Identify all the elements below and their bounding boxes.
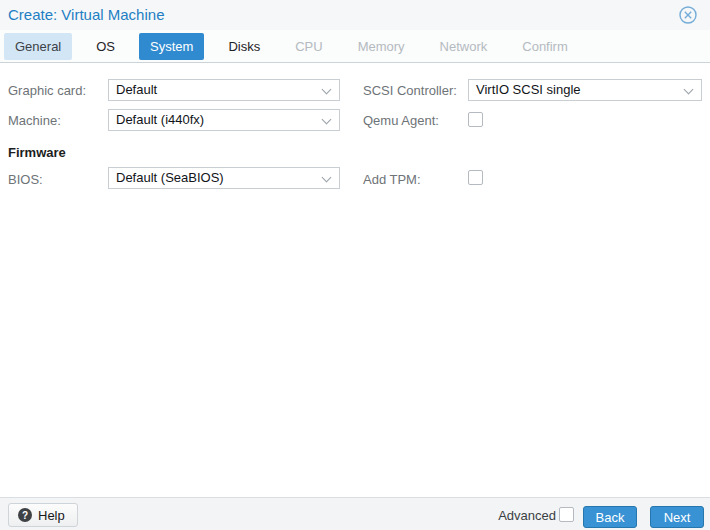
- dialog-title: Create: Virtual Machine: [8, 6, 164, 23]
- chevron-down-icon: [322, 173, 332, 183]
- scsi-controller-label: SCSI Controller:: [363, 83, 457, 98]
- scsi-controller-value: VirtIO SCSI single: [476, 82, 581, 97]
- dialog-titlebar: Create: Virtual Machine: [0, 0, 710, 30]
- add-tpm-checkbox[interactable]: [468, 170, 483, 185]
- chevron-down-icon: [322, 85, 332, 95]
- machine-value: Default (i440fx): [116, 112, 204, 127]
- back-button-label: Back: [596, 510, 625, 525]
- dialog-footer: ? Help Advanced Back Next: [0, 497, 710, 530]
- next-button-label: Next: [664, 510, 691, 525]
- qemu-agent-checkbox[interactable]: [468, 112, 483, 127]
- tab-disks[interactable]: Disks: [217, 33, 271, 60]
- graphic-card-combobox[interactable]: Default: [108, 79, 340, 101]
- machine-label: Machine:: [8, 113, 61, 128]
- add-tpm-label: Add TPM:: [363, 172, 421, 187]
- close-icon[interactable]: [679, 6, 697, 24]
- tab-network: Network: [429, 33, 499, 60]
- advanced-checkbox[interactable]: [559, 507, 574, 522]
- help-button-label: Help: [38, 508, 65, 523]
- tab-system[interactable]: System: [139, 33, 204, 60]
- help-button[interactable]: ? Help: [8, 503, 78, 527]
- help-icon: ?: [18, 508, 32, 522]
- bios-label: BIOS:: [8, 172, 43, 187]
- bios-combobox[interactable]: Default (SeaBIOS): [108, 167, 340, 189]
- chevron-down-icon: [322, 115, 332, 125]
- create-vm-dialog: Create: Virtual Machine General OS Syste…: [0, 0, 710, 530]
- qemu-agent-label: Qemu Agent:: [363, 113, 439, 128]
- graphic-card-label: Graphic card:: [8, 83, 86, 98]
- tab-memory: Memory: [347, 33, 416, 60]
- chevron-down-icon: [684, 85, 694, 95]
- bios-value: Default (SeaBIOS): [116, 170, 224, 185]
- wizard-tab-bar: General OS System Disks CPU Memory Netwo…: [0, 30, 710, 63]
- machine-combobox[interactable]: Default (i440fx): [108, 109, 340, 131]
- scsi-controller-combobox[interactable]: VirtIO SCSI single: [468, 79, 702, 101]
- firmware-section-heading: Firmware: [8, 145, 66, 160]
- tab-cpu: CPU: [284, 33, 333, 60]
- graphic-card-value: Default: [116, 82, 157, 97]
- next-button[interactable]: Next: [650, 506, 704, 528]
- tab-confirm: Confirm: [511, 33, 579, 60]
- advanced-label: Advanced: [498, 508, 556, 523]
- tab-general[interactable]: General: [4, 33, 72, 60]
- back-button[interactable]: Back: [583, 506, 637, 528]
- tab-os[interactable]: OS: [85, 33, 126, 60]
